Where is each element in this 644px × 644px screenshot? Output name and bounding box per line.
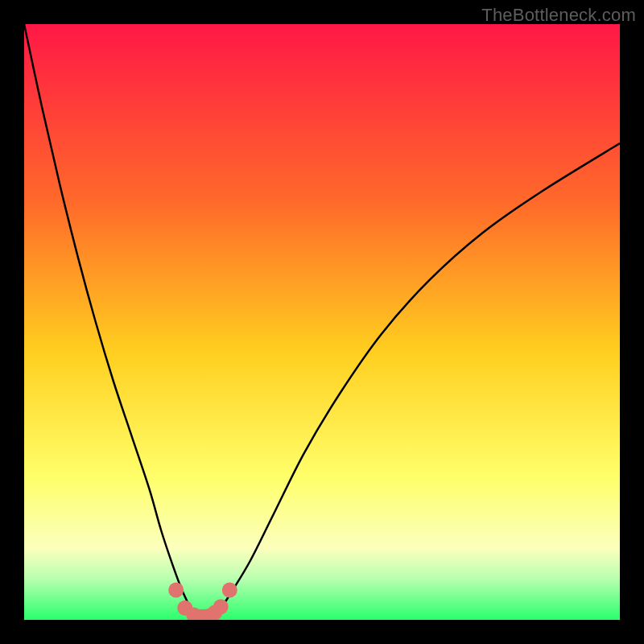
chart-frame: TheBottleneck.com [0, 0, 644, 644]
watermark-text: TheBottleneck.com [481, 5, 636, 26]
marker-dot [222, 583, 237, 598]
plot-area [24, 24, 620, 620]
curve-path [24, 24, 620, 618]
marker-dot [213, 599, 229, 614]
highlight-cluster [168, 583, 237, 621]
bottleneck-curve [24, 24, 620, 620]
marker-dot [168, 583, 184, 598]
